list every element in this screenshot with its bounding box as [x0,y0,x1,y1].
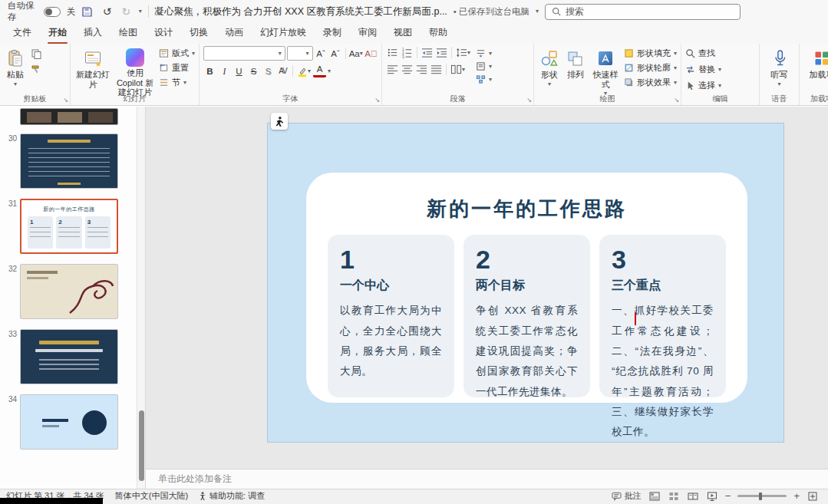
language-indicator[interactable]: 简体中文(中国大陆) [115,490,188,502]
copilot-new-slide-button[interactable]: 使用 Copilot 新建幻灯片 [114,46,156,100]
dictate-button[interactable]: 听写 ▾ [768,46,791,90]
columns-button[interactable]: ▾ [450,63,466,76]
zoom-slider-knob[interactable] [759,492,762,500]
thumbnail-slide-29-partial[interactable] [3,108,134,125]
thumbnail-slide-33[interactable]: 33 [3,329,134,384]
shape-effects-button[interactable]: 形状效果 ▾ [624,77,677,88]
reset-button[interactable]: 重置 [159,62,195,74]
paste-button[interactable]: 粘贴 ▾ [4,46,27,90]
shapes-button[interactable]: 形状 ▾ [538,46,561,90]
tab-record[interactable]: 录制 [315,23,350,44]
section-button[interactable]: 节 ▾ [159,77,195,88]
card-two-goals[interactable]: 2 两个目标 争创 XXX 省教育系统关工委工作常态化建设巩固提高奖；争创国家教… [463,235,590,397]
align-center-button[interactable] [401,63,414,76]
normal-view-button[interactable] [648,490,661,502]
character-spacing-button[interactable]: AV [276,64,289,77]
zoom-slider[interactable] [737,495,787,497]
numbering-button[interactable]: 123 [401,46,414,59]
dialog-launcher-icon[interactable]: ↘ [63,97,68,104]
bullets-button[interactable] [386,46,399,59]
fit-slide-to-window-button[interactable] [807,490,819,502]
select-button[interactable]: 选择 ▾ [685,80,755,91]
tab-file[interactable]: 文件 [5,23,40,44]
search-input[interactable]: 搜索 [545,4,741,20]
accessibility-status[interactable]: 辅助功能: 调查 [199,490,265,502]
find-button[interactable]: 查找 [685,48,755,59]
underline-button[interactable]: U [233,64,246,77]
notes-pane[interactable]: 单击此处添加备注 [146,469,828,489]
thumbnail-slide-32[interactable]: 32 [3,264,134,319]
shape-fill-button[interactable]: 形状填充 ▾ [624,48,677,59]
font-size-select[interactable]: ▾ [287,46,313,61]
thumbnail-slide-31-selected[interactable]: 31 新的一年的工作思路 1 2 3 [3,199,134,254]
line-spacing-button[interactable]: ▾ [455,46,471,59]
accessibility-person-icon[interactable] [271,113,288,130]
slide-title-text[interactable]: 新的一年的工作思路 [306,196,747,222]
arrange-button[interactable]: 排列 [564,46,587,82]
italic-button[interactable]: I [218,64,231,77]
qat-customize-icon[interactable]: ▾ [139,8,142,15]
format-painter-icon[interactable] [30,63,42,75]
slide-31[interactable]: 新的一年的工作思路 1 一个中心 以教育工作大局为中心，全力全心围绕大局，服务大… [267,123,784,443]
highlight-button[interactable]: ▾ [296,64,312,77]
scrollbar-thumb[interactable] [139,410,144,481]
saved-status[interactable]: • 已保存到这台电脑 [454,6,529,18]
thumbnail-scrollbar[interactable] [137,107,145,489]
tab-slideshow[interactable]: 幻灯片放映 [252,23,315,44]
tab-help[interactable]: 帮助 [421,23,456,44]
align-text-button[interactable]: ▾ [476,61,492,71]
zoom-in-button[interactable]: + [793,490,800,502]
autosave-toggle[interactable] [44,7,61,17]
tab-view[interactable]: 视图 [385,23,421,44]
card-body[interactable]: 争创 XXX 省教育系统关工委工作常态化建设巩固提高奖；争创国家教育部关心下一代… [476,301,578,402]
shape-outline-button[interactable]: 形状轮廓 ▾ [624,62,677,74]
slideshow-view-button[interactable] [706,490,718,502]
redo-icon[interactable]: ↻ [120,5,133,18]
justify-button[interactable] [430,63,443,76]
card-one-center[interactable]: 1 一个中心 以教育工作大局为中心，全力全心围绕大局，服务大局，顾全大局。 [328,235,454,397]
thumbnail-slide-34[interactable]: 34 [3,394,134,450]
text-direction-button[interactable]: ▾ [476,48,492,58]
new-slide-button[interactable]: 新建幻灯片 [74,46,111,91]
dialog-launcher-icon[interactable]: ↘ [374,97,380,104]
thumbnail-slide-30[interactable]: 30 [3,133,134,189]
dialog-launcher-icon[interactable]: ↘ [674,97,679,104]
card-three-priorities[interactable]: 3 三个重点 一、抓好学校关工委工作常态化建设；二、“法在我身边”、“纪念抗战胜… [599,235,726,397]
undo-icon[interactable]: ↺ [101,5,114,18]
tab-home[interactable]: 开始 [40,23,75,44]
font-color-caret-icon[interactable]: ▾ [328,68,331,74]
tab-review[interactable]: 审阅 [350,23,385,44]
increase-indent-button[interactable] [435,46,448,59]
copy-icon[interactable] [30,48,42,60]
strikethrough-button[interactable]: S [247,64,260,77]
bold-button[interactable]: B [203,64,216,77]
slide-sorter-view-button[interactable] [668,490,680,502]
font-name-select[interactable]: ▾ [203,46,285,61]
clear-formatting-button[interactable]: A⃠ [365,47,378,60]
reading-view-button[interactable] [687,490,699,502]
card-body[interactable]: 一、抓好学校关工委工作常态化建设；二、“法在我身边”、“纪念抗战胜利 70 周年… [612,301,714,442]
change-case-button[interactable]: Aa▾ [348,47,363,60]
saved-caret-icon[interactable]: ▾ [536,8,539,15]
zoom-out-button[interactable]: − [725,490,731,502]
quick-styles-button[interactable]: 快速样式 ▾ [590,46,621,99]
content-card[interactable]: 新的一年的工作思路 1 一个中心 以教育工作大局为中心，全力全心围绕大局，服务大… [306,173,747,403]
convert-smartart-button[interactable]: ▾ [476,74,492,84]
layout-button[interactable]: 版式 ▾ [159,48,195,59]
tab-insert[interactable]: 插入 [75,23,111,44]
card-body[interactable]: 以教育工作大局为中心，全力全心围绕大局，服务大局，顾全大局。 [340,301,442,381]
save-icon[interactable] [81,6,94,18]
tab-draw[interactable]: 绘图 [111,23,146,44]
align-right-button[interactable] [415,63,428,76]
shrink-font-button[interactable]: Aˇ [329,47,342,60]
tab-animations[interactable]: 动画 [216,23,252,44]
align-left-button[interactable] [386,63,399,76]
tab-transitions[interactable]: 切换 [181,23,216,44]
font-color-button[interactable]: A [313,64,326,77]
tab-design[interactable]: 设计 [146,23,181,44]
decrease-indent-button[interactable] [421,46,434,59]
text-shadow-button[interactable]: S [262,64,275,77]
comments-button[interactable]: 批注 [612,490,642,502]
grow-font-button[interactable]: Aˆ [315,47,328,60]
replace-button[interactable]: 替换 ▾ [685,64,755,75]
